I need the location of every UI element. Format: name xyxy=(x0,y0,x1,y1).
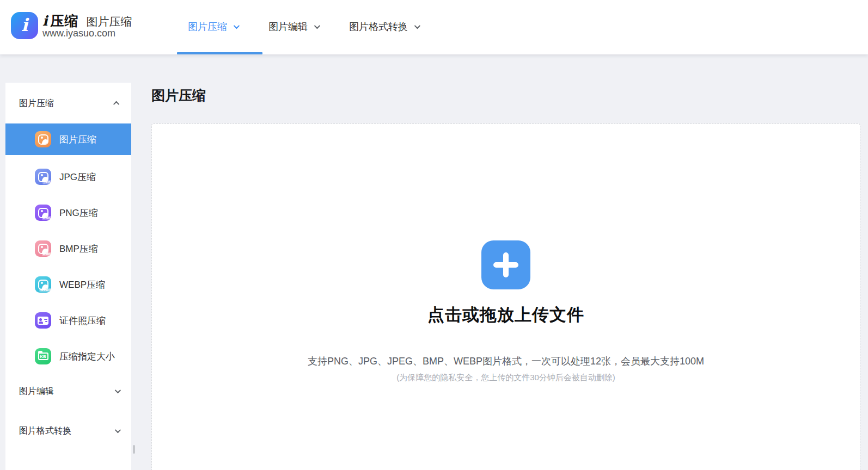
webp-compress-icon: WEBP xyxy=(35,276,51,293)
sidebar: 图片压缩 图片压缩 JPG JPG压缩 PNG PNG压缩 BMP BMP压缩 xyxy=(5,83,131,470)
sidebar-scrollbar-thumb[interactable] xyxy=(133,445,135,454)
sidebar-item-image-compress[interactable]: 图片压缩 xyxy=(5,123,131,155)
section-label: 图片格式转换 xyxy=(19,425,71,437)
upload-plus-button[interactable] xyxy=(481,240,530,289)
sidebar-item-png-compress[interactable]: PNG PNG压缩 xyxy=(5,195,131,231)
section-label: 图片编辑 xyxy=(19,386,54,397)
page-title: 图片压缩 xyxy=(151,86,206,104)
image-compress-icon xyxy=(35,131,51,147)
chevron-down-icon xyxy=(115,387,121,393)
nav-tab-image-edit[interactable]: 图片编辑 xyxy=(268,20,319,33)
logo-text: i 压缩 图片压缩 www.iyasuo.com xyxy=(42,12,132,39)
active-tab-underline xyxy=(177,52,262,54)
upload-dropzone[interactable]: 点击或拖放上传文件 支持PNG、JPG、JPEG、BMP、WEBP图片格式，一次… xyxy=(151,123,860,470)
nav-tab-label: 图片格式转换 xyxy=(349,20,408,33)
brand-letter: i xyxy=(42,13,48,29)
sidebar-item-target-size-compress[interactable]: KB 压缩指定大小 xyxy=(5,338,131,374)
sidebar-item-label: PNG压缩 xyxy=(59,207,98,219)
id-card-icon xyxy=(35,312,51,329)
nav-tab-image-compress[interactable]: 图片压缩 xyxy=(188,20,238,33)
site-url: www.iyasuo.com xyxy=(42,28,132,39)
chevron-down-icon xyxy=(115,427,121,433)
sidebar-item-label: 证件照压缩 xyxy=(59,314,106,327)
bmp-compress-icon: BMP xyxy=(35,240,51,257)
sidebar-item-jpg-compress[interactable]: JPG JPG压缩 xyxy=(5,159,131,195)
sidebar-section-image-compress[interactable]: 图片压缩 xyxy=(5,84,131,123)
nav-tab-label: 图片编辑 xyxy=(268,20,308,33)
sidebar-item-idphoto-compress[interactable]: 证件照压缩 xyxy=(5,302,131,338)
chevron-down-icon xyxy=(234,22,240,28)
logo-letter: i xyxy=(21,16,28,34)
brand-product: 图片压缩 xyxy=(87,14,132,29)
sidebar-item-label: BMP压缩 xyxy=(59,243,98,255)
logo[interactable]: i i 压缩 图片压缩 www.iyasuo.com xyxy=(11,12,132,39)
chevron-down-icon xyxy=(414,22,420,28)
logo-icon: i xyxy=(11,12,38,39)
chevron-up-icon xyxy=(113,101,119,107)
sidebar-section-image-edit[interactable]: 图片编辑 xyxy=(5,373,131,409)
nav-tab-format-convert[interactable]: 图片格式转换 xyxy=(349,20,419,33)
nav-tab-label: 图片压缩 xyxy=(188,20,227,33)
upload-heading: 点击或拖放上传文件 xyxy=(152,304,860,326)
sidebar-item-label: 图片压缩 xyxy=(59,133,96,146)
sidebar-item-label: WEBP压缩 xyxy=(59,279,105,291)
header: i i 压缩 图片压缩 www.iyasuo.com 图片压缩 图片编辑 图片格… xyxy=(0,0,868,54)
png-compress-icon: PNG xyxy=(35,205,51,221)
sidebar-item-bmp-compress[interactable]: BMP BMP压缩 xyxy=(5,231,131,267)
sidebar-item-webp-compress[interactable]: WEBP WEBP压缩 xyxy=(5,267,131,302)
sidebar-item-label: 压缩指定大小 xyxy=(59,350,115,363)
sidebar-section-format-convert[interactable]: 图片格式转换 xyxy=(5,413,131,449)
kb-folder-icon: KB xyxy=(35,348,51,364)
upload-support-text: 支持PNG、JPG、JPEG、BMP、WEBP图片格式，一次可以处理12张，会员… xyxy=(152,355,860,368)
sidebar-item-label: JPG压缩 xyxy=(59,171,96,183)
chevron-down-icon xyxy=(314,22,320,28)
top-nav: 图片压缩 图片编辑 图片格式转换 xyxy=(188,0,449,53)
section-label: 图片压缩 xyxy=(19,98,54,109)
upload-privacy-note: (为保障您的隐私安全，您上传的文件30分钟后会被自动删除) xyxy=(152,373,860,383)
jpg-compress-icon: JPG xyxy=(35,169,51,185)
